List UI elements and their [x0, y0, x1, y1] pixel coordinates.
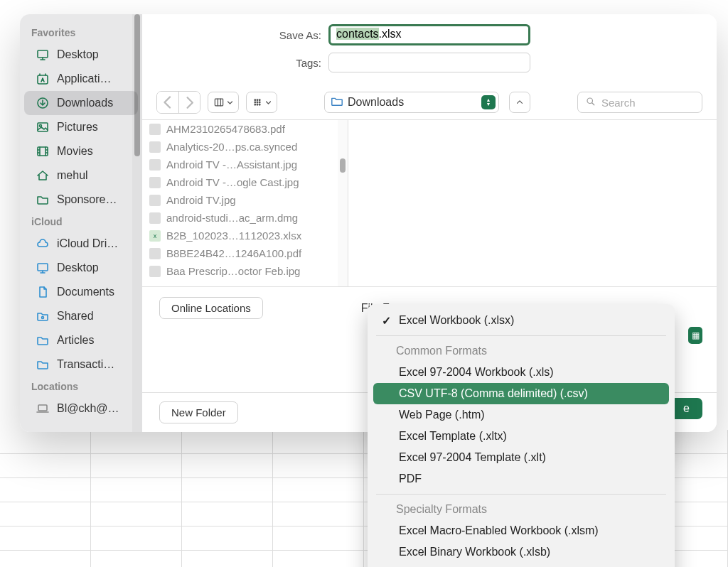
app-icon — [36, 72, 50, 86]
format-option[interactable]: Excel Macro-Enabled Workbook (.xlsm) — [373, 520, 669, 541]
file-item[interactable]: B8BE24B42…1246A100.pdf — [142, 244, 348, 262]
file-browser: AHM2310265478683.pdfAnalytics-20…ps.ca.s… — [142, 119, 717, 287]
svg-rect-0 — [38, 50, 48, 58]
folder-icon — [331, 94, 343, 110]
new-folder-button[interactable]: New Folder — [159, 401, 238, 423]
cloud-icon — [36, 237, 50, 251]
online-locations-button[interactable]: Online Locations — [159, 297, 263, 319]
sidebar-item-sponsore[interactable]: Sponsore… — [24, 188, 138, 212]
sidebar-section-title: Favorites — [20, 23, 142, 43]
sidebar-item-documents[interactable]: Documents — [24, 280, 138, 304]
sidebar-section-title: Locations — [20, 377, 142, 396]
file-column-scrollbar-thumb[interactable] — [340, 158, 346, 173]
svg-rect-5 — [38, 147, 48, 156]
sidebar-item-label: Movies — [57, 145, 93, 158]
search-icon — [585, 96, 596, 109]
format-option[interactable]: Web Page (.htm) — [373, 404, 669, 426]
tags-label: Tags: — [151, 57, 321, 69]
save-button[interactable]: e — [670, 398, 702, 419]
laptop-icon — [36, 401, 50, 416]
shared-folder-icon — [36, 309, 50, 323]
nav-forward-button[interactable] — [178, 92, 200, 113]
file-name: android-studi…ac_arm.dmg — [166, 212, 298, 224]
collapse-button[interactable] — [509, 92, 530, 113]
pdf-file-icon — [149, 248, 161, 259]
path-text: Downloads — [348, 96, 477, 109]
sidebar-item-shared[interactable]: Shared — [24, 304, 138, 328]
tags-input[interactable] — [328, 53, 530, 72]
file-item[interactable]: Android TV -…ogle Cast.jpg — [142, 173, 348, 191]
sidebar-item-downloads[interactable]: Downloads — [24, 91, 138, 115]
sidebar-item-blckh[interactable]: Bl@ckh@… — [24, 396, 138, 421]
file-name: Baa Prescrip…octor Feb.ipg — [166, 265, 300, 277]
format-option[interactable]: PDF — [373, 468, 669, 490]
menu-separator — [376, 335, 666, 336]
file-item[interactable]: Baa Prescrip…octor Feb.ipg — [142, 262, 348, 280]
svg-rect-9 — [215, 99, 223, 106]
sidebar-scrollbar[interactable] — [132, 14, 142, 432]
file-item[interactable]: Android TV -…Assistant.jpg — [142, 156, 348, 173]
file-name: Android TV.jpg — [166, 194, 236, 206]
sidebar-item-label: Pictures — [57, 121, 98, 134]
svg-point-18 — [259, 104, 260, 105]
sidebar-item-desktop[interactable]: Desktop — [24, 43, 138, 67]
group-by-button[interactable] — [246, 92, 277, 113]
file-item[interactable]: Analytics-20…ps.ca.synced — [142, 138, 348, 156]
file-format-badge-icon: ▦ — [688, 327, 702, 344]
format-option[interactable]: Excel Template (.xltx) — [373, 426, 669, 447]
pdf-file-icon — [149, 124, 161, 135]
sidebar-item-articles[interactable]: Articles — [24, 328, 138, 352]
file-column[interactable]: AHM2310265478683.pdfAnalytics-20…ps.ca.s… — [142, 120, 348, 286]
format-option[interactable]: Single File Web Page (.mht) — [373, 563, 669, 567]
view-columns-button[interactable] — [208, 92, 239, 113]
path-dropdown[interactable]: Downloads ▲▼ — [324, 92, 499, 113]
xlsx-file-icon: x — [149, 230, 161, 242]
sidebar-item-label: Desktop — [57, 48, 99, 61]
format-option-current[interactable]: Excel Workbook (.xlsx) — [373, 310, 669, 331]
file-item[interactable]: android-studi…ac_arm.dmg — [142, 209, 348, 227]
nav-back-button[interactable] — [157, 92, 178, 113]
movie-icon — [36, 144, 50, 158]
img-file-icon — [149, 195, 161, 206]
sidebar-item-transacti[interactable]: Transacti… — [24, 352, 138, 377]
img-file-icon — [149, 266, 161, 277]
dmg-file-icon — [149, 212, 161, 224]
sidebar-item-label: iCloud Dri… — [57, 237, 118, 250]
svg-rect-6 — [38, 264, 48, 271]
svg-point-14 — [257, 102, 258, 103]
file-item[interactable]: Android TV.jpg — [142, 191, 348, 209]
svg-point-17 — [257, 104, 258, 105]
svg-point-10 — [255, 99, 256, 101]
file-column-scrollbar[interactable] — [338, 120, 348, 286]
format-option[interactable]: Excel 97-2004 Template (.xlt) — [373, 447, 669, 468]
home-icon — [36, 168, 50, 183]
sidebar-item-desktop[interactable]: Desktop — [24, 256, 138, 280]
format-option[interactable]: Excel Binary Workbook (.xlsb) — [373, 541, 669, 563]
svg-rect-3 — [38, 123, 48, 131]
file-item[interactable]: AHM2310265478683.pdf — [142, 120, 348, 138]
generic-file-icon — [149, 141, 161, 153]
sidebar-item-label: Applicati… — [57, 72, 111, 85]
file-format-dropdown[interactable]: Excel Workbook (.xlsx) Common FormatsExc… — [368, 304, 675, 567]
sidebar-item-applicati[interactable]: Applicati… — [24, 67, 138, 91]
file-name: AHM2310265478683.pdf — [166, 123, 285, 135]
sidebar-item-pictures[interactable]: Pictures — [24, 115, 138, 139]
sidebar-item-movies[interactable]: Movies — [24, 139, 138, 163]
sidebar-item-mehul[interactable]: mehul — [24, 163, 138, 188]
format-option[interactable]: Excel 97-2004 Workbook (.xls) — [373, 362, 669, 383]
folder-icon — [36, 357, 50, 372]
sidebar-scrollbar-thumb[interactable] — [134, 14, 140, 156]
sidebar: FavoritesDesktopApplicati…DownloadsPictu… — [20, 14, 142, 432]
path-stepper-icon[interactable]: ▲▼ — [481, 95, 496, 109]
sidebar-item-iclouddri[interactable]: iCloud Dri… — [24, 232, 138, 256]
file-name: Android TV -…ogle Cast.jpg — [166, 176, 299, 188]
format-option[interactable]: CSV UTF-8 (Comma delimited) (.csv) — [373, 383, 669, 404]
svg-point-15 — [259, 102, 260, 103]
search-input[interactable] — [601, 97, 695, 109]
sidebar-section-title: iCloud — [20, 212, 142, 232]
svg-point-7 — [42, 317, 44, 319]
search-box[interactable] — [577, 92, 702, 113]
desktop-icon — [36, 48, 50, 62]
file-item[interactable]: xB2B_102023…1112023.xlsx — [142, 227, 348, 244]
save-as-input[interactable]: contacts.xlsx — [328, 24, 530, 45]
